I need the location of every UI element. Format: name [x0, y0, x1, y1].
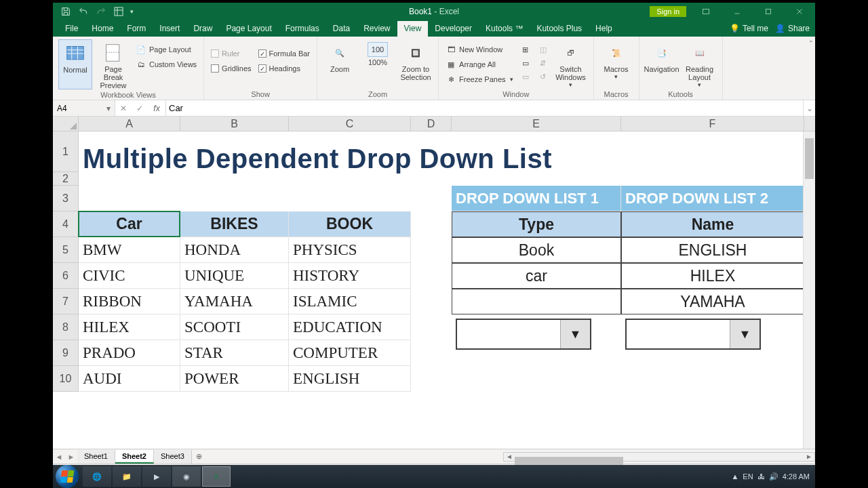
share-button[interactable]: 👤Share — [775, 24, 810, 33]
custom-views-button[interactable]: 🗂Custom Views — [134, 58, 198, 70]
cell-A5[interactable]: BMW — [79, 237, 180, 263]
cell-E5[interactable]: Book — [452, 237, 621, 263]
cell-C8[interactable]: EDUCATION — [289, 314, 411, 340]
macros-button[interactable]: 📜Macros▾ — [599, 39, 633, 89]
tab-review[interactable]: Review — [357, 21, 397, 37]
cell-C4[interactable]: BOOK — [289, 211, 411, 237]
cell-F4[interactable]: Name — [621, 211, 804, 237]
cell-E6[interactable]: car — [452, 263, 621, 289]
split-button[interactable]: ⊞ — [519, 43, 532, 56]
sync-scroll-button[interactable]: ⇵ — [536, 57, 550, 69]
row-header-1[interactable]: 1 — [53, 131, 79, 172]
start-button[interactable] — [56, 465, 79, 488]
zoom-100-button[interactable]: 100100% — [361, 39, 395, 89]
row-header-8[interactable]: 8 — [53, 314, 79, 340]
cell-F3[interactable]: DROP DOWN LIST 2 — [621, 186, 804, 211]
tab-kutools-plus[interactable]: Kutools Plus — [530, 21, 589, 37]
hide-button[interactable]: ▭ — [519, 57, 532, 69]
row-header-6[interactable]: 6 — [53, 263, 79, 289]
cell-E4[interactable]: Type — [452, 211, 621, 237]
column-header-A[interactable]: A — [79, 117, 180, 131]
cell-A6[interactable]: CIVIC — [79, 263, 180, 289]
cell-B8[interactable]: SCOOTI — [180, 314, 289, 340]
fx-icon[interactable]: fx — [148, 104, 165, 113]
formula-input[interactable]: Car — [166, 100, 803, 116]
column-header-D[interactable]: D — [411, 117, 452, 131]
taskbar-explorer-icon[interactable]: 📁 — [113, 466, 141, 487]
tray-volume-icon[interactable]: 🔊 — [769, 472, 778, 481]
formula-bar-checkbox[interactable]: ✓Formula Bar — [257, 47, 312, 60]
unhide-button[interactable]: ▭ — [519, 70, 532, 83]
column-header-F[interactable]: F — [621, 117, 804, 131]
row-header-10[interactable]: 10 — [53, 366, 79, 392]
cell-F6[interactable]: HILEX — [621, 263, 804, 289]
cell-C9[interactable]: COMPUTER — [289, 340, 411, 366]
gridlines-checkbox[interactable]: Gridlines — [210, 62, 252, 75]
ribbon-display-icon[interactable] — [690, 3, 722, 20]
redo-icon[interactable] — [95, 5, 107, 18]
taskbar-media-icon[interactable]: ▶ — [142, 466, 171, 487]
tab-view[interactable]: View — [397, 21, 429, 37]
collapse-ribbon-icon[interactable]: ˆ — [807, 37, 815, 100]
cell-B4[interactable]: BIKES — [180, 211, 289, 237]
expand-formula-icon[interactable]: ⌄ — [803, 100, 815, 116]
row-header-9[interactable]: 9 — [53, 340, 79, 366]
headings-checkbox[interactable]: ✓Headings — [257, 62, 312, 75]
tab-kutools-[interactable]: Kutools ™ — [479, 21, 530, 37]
row-header-3[interactable]: 3 — [53, 186, 79, 211]
cell-C7[interactable]: ISLAMIC — [289, 289, 411, 314]
tab-data[interactable]: Data — [326, 21, 357, 37]
cell-B7[interactable]: YAMAHA — [180, 289, 289, 314]
cancel-formula-icon[interactable]: ✕ — [115, 104, 132, 113]
freeze-panes-button[interactable]: ❄Freeze Panes▾ — [444, 73, 514, 85]
zoom-button[interactable]: 🔍Zoom — [323, 39, 357, 89]
dropdown-list-2[interactable]: ▼ — [625, 319, 761, 350]
taskbar-ie-icon[interactable]: 🌐 — [83, 466, 111, 487]
close-icon[interactable] — [784, 3, 815, 20]
cell-A8[interactable]: HILEX — [79, 314, 180, 340]
maximize-icon[interactable] — [753, 3, 784, 20]
cell-B6[interactable]: UNIQUE — [180, 263, 289, 289]
cell-C6[interactable]: HISTORY — [289, 263, 411, 289]
new-window-button[interactable]: 🗔New Window — [444, 43, 514, 56]
column-header-B[interactable]: B — [180, 117, 289, 131]
cell-F7[interactable]: YAMAHA — [621, 289, 804, 314]
tray-network-icon[interactable]: 🖧 — [757, 472, 765, 481]
arrange-all-button[interactable]: ▦Arrange All — [444, 58, 514, 70]
sheet-tab-sheet1[interactable]: Sheet1 — [77, 450, 115, 464]
navigation-button[interactable]: 📑Navigation — [645, 39, 679, 89]
taskbar-chrome-icon[interactable]: ◉ — [172, 466, 201, 487]
tab-form[interactable]: Form — [120, 21, 153, 37]
reading-layout-button[interactable]: 📖Reading Layout▾ — [683, 39, 717, 89]
select-all-button[interactable] — [53, 117, 79, 131]
column-header-C[interactable]: C — [289, 117, 411, 131]
cell-A9[interactable]: PRADO — [79, 340, 180, 366]
tab-developer[interactable]: Developer — [428, 21, 479, 37]
tray-flag-icon[interactable]: ▲ — [731, 472, 738, 481]
cell-C5[interactable]: PHYSICS — [289, 237, 411, 263]
tab-formulas[interactable]: Formulas — [279, 21, 326, 37]
sheet-nav-next-icon[interactable]: ► — [65, 453, 77, 461]
sheet-tab-sheet2[interactable]: Sheet2 — [115, 450, 154, 464]
cell-A7[interactable]: RIBBON — [79, 289, 180, 314]
page-layout-button[interactable]: 📄Page Layout — [134, 43, 198, 56]
pivot-icon[interactable] — [113, 5, 125, 18]
sheet-nav-prev-icon[interactable]: ◄ — [53, 453, 65, 461]
sheet-tab-sheet3[interactable]: Sheet3 — [154, 450, 192, 464]
tray-lang[interactable]: EN — [743, 472, 753, 481]
save-icon[interactable] — [60, 5, 72, 18]
spreadsheet-grid[interactable]: ABCDEF 12345678910 Multiple Dependent Dr… — [53, 117, 815, 449]
normal-view-button[interactable]: Normal — [58, 39, 92, 89]
cell-E7[interactable] — [452, 289, 621, 314]
horizontal-scrollbar[interactable]: ◄► — [503, 452, 815, 462]
view-side-by-side-button[interactable]: ◫ — [536, 43, 550, 56]
cell-C10[interactable]: ENGLISH — [289, 366, 411, 392]
page-break-preview-button[interactable]: Page Break Preview — [96, 39, 130, 89]
cell-title[interactable]: Multiple Dependent Drop Down List — [79, 131, 804, 186]
taskbar-excel-icon[interactable]: X — [202, 466, 231, 487]
cell-F5[interactable]: ENGLISH — [621, 237, 804, 263]
row-header-2[interactable]: 2 — [53, 172, 79, 186]
column-header-E[interactable]: E — [452, 117, 621, 131]
row-header-7[interactable]: 7 — [53, 289, 79, 314]
name-box[interactable]: A4▾ — [53, 100, 115, 116]
